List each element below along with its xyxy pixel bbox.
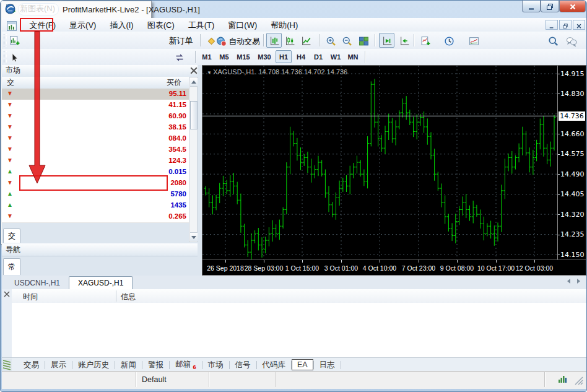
market-watch-row[interactable]: ▼41.15 (2, 100, 189, 111)
time-axis[interactable]: 26 Sep 201828 Sep 03:001 Oct 15:003 Oct … (202, 260, 586, 275)
market-watch-column-header[interactable]: 交 买价 (2, 77, 189, 89)
timeframe-m5[interactable]: M5 (216, 50, 232, 63)
timeframe-d1[interactable]: D1 (310, 50, 326, 63)
mdi-restore-button[interactable] (559, 20, 572, 30)
market-watch-row[interactable]: ▼354.5 (2, 144, 189, 156)
cursor-button[interactable] (7, 50, 21, 63)
chart-tab-usdcnhh1[interactable]: USDCNH-,H1 (6, 277, 69, 289)
market-watch-row[interactable]: ▼084.0 (2, 133, 189, 145)
mdi-minimize-button[interactable] (546, 20, 558, 30)
chart-plot[interactable] (202, 66, 557, 259)
autotrading-button[interactable]: 自动交易 (214, 33, 261, 48)
market-watch-close-icon[interactable] (190, 67, 198, 74)
time-tick-mark (380, 260, 380, 263)
menu-item-5[interactable]: 工具(T) (181, 18, 222, 32)
terminal-tab-3[interactable]: 账户历史 (72, 359, 115, 372)
timeframe-h1[interactable]: H1 (276, 50, 292, 63)
terminal-tab-9[interactable]: 代码库 (257, 359, 292, 372)
terminal-tab-11[interactable]: 日志 (314, 359, 341, 372)
tabs-scroll-left[interactable] (567, 279, 570, 284)
market-watch-scrollbar[interactable] (189, 77, 198, 242)
timeframe-m15[interactable]: M15 (233, 50, 253, 63)
zoom-in-button[interactable] (323, 33, 338, 48)
resize-grip[interactable] (574, 376, 584, 388)
chart-window[interactable]: ▼ XAGUSD-,H1. 14.708 14.736 14.702 14.73… (202, 65, 586, 276)
chart-shift-button[interactable] (379, 33, 394, 48)
new-order-button[interactable]: 新订单 (165, 33, 196, 47)
timeframe-m1[interactable]: M1 (199, 50, 215, 63)
market-watch-row[interactable]: ▼124.3 (2, 155, 189, 167)
terminal-tab-10[interactable]: EA (292, 359, 313, 370)
timeframe-m30[interactable]: M30 (254, 50, 274, 63)
terminal-tab-5[interactable]: 警报 (142, 359, 169, 372)
terminal-table-header[interactable]: 时间 信息 (12, 289, 586, 303)
search-button[interactable] (546, 33, 561, 48)
market-watch-row[interactable]: ▲0.015 (2, 167, 189, 178)
periods-button[interactable]: ▼ (441, 33, 462, 48)
terminal-caption-strip (2, 289, 12, 357)
market-watch-row[interactable]: ▼95.11 (2, 89, 189, 100)
timeframe-label: MN (347, 53, 358, 61)
minimize-button[interactable] (522, 1, 541, 12)
market-watch-row[interactable]: ▼60.90 (2, 111, 189, 123)
up-arrow-icon: ▲ (7, 190, 13, 197)
terminal-tab-6[interactable]: 邮箱 6 (170, 358, 202, 372)
market-watch-row[interactable]: ▼2080 (2, 178, 189, 189)
new-chart-button[interactable] (7, 34, 21, 46)
menu-item-1[interactable]: 文件(F) (22, 18, 63, 32)
tile-windows-button[interactable] (355, 33, 371, 48)
terminal-tab-1[interactable]: 交易 (18, 359, 45, 372)
restore-button[interactable] (541, 1, 559, 12)
market-watch-row[interactable]: ▼0.265 (2, 211, 189, 223)
scroll-up-button[interactable] (190, 78, 198, 87)
market-watch-row[interactable]: ▲1435 (2, 200, 189, 212)
mdi-close-button[interactable] (573, 20, 585, 30)
terminal-tab-7[interactable]: 市场 (202, 359, 229, 372)
menu-item-2[interactable]: 显示(V) (63, 18, 103, 32)
column-divider[interactable] (116, 290, 116, 302)
scroll-down-button[interactable] (190, 232, 198, 241)
terminal-tab-2[interactable]: 展示 (45, 359, 72, 372)
auto-scroll-button[interactable] (396, 33, 412, 48)
title-bar[interactable]: ProfitMarketHK-Live2 - [XAGUSD-,H1] (1, 1, 587, 18)
terminal-close-icon[interactable] (4, 291, 10, 297)
templates-button[interactable]: ▼ (466, 33, 487, 48)
toolbar-separator (263, 34, 264, 46)
line-chart-mode-button[interactable] (298, 33, 313, 48)
timeframe-mn[interactable]: MN (345, 50, 361, 63)
menu-item-7[interactable]: 帮助(H) (264, 18, 305, 32)
tabs-scroll-right[interactable] (577, 279, 580, 284)
down-arrow-icon: ▼ (7, 112, 13, 119)
navigator-common-tab[interactable]: 常 (3, 258, 20, 275)
market-watch-symbols-tab[interactable]: 交 (3, 229, 20, 243)
indicators-button[interactable]: ▼ (417, 33, 438, 48)
time-tick-label: 3 Oct 01:00 (324, 264, 358, 272)
chat-button[interactable] (563, 33, 580, 48)
terminal-tab-8[interactable]: 信号 (230, 359, 256, 372)
bid-price: 38.15 (168, 123, 186, 131)
scroll-thumb[interactable] (190, 101, 198, 129)
timeframe-w1[interactable]: W1 (328, 50, 344, 63)
menu-item-3[interactable]: 插入(I) (103, 18, 140, 32)
status-divider (275, 372, 276, 387)
price-tick-label: 14.575 (560, 150, 585, 158)
bar-chart-mode-button[interactable] (266, 33, 282, 48)
price-axis[interactable]: 14.91514.83014.66014.57514.49014.40514.3… (558, 66, 586, 259)
zoom-out-button[interactable] (339, 33, 354, 48)
timeframe-h4[interactable]: H4 (293, 50, 309, 63)
toolbar-separator (365, 51, 366, 63)
navigator-title: 导航 (6, 245, 20, 254)
bid-price: 124.3 (168, 157, 186, 164)
close-button[interactable] (559, 1, 586, 12)
chart-collapse-icon[interactable]: ▼ (207, 70, 213, 76)
menu-item-6[interactable]: 窗口(W) (221, 18, 264, 32)
market-watch-row[interactable]: ▼38.15 (2, 122, 189, 134)
terminal-content (12, 303, 586, 357)
crosshair-sync-button[interactable]: ▼ (172, 50, 193, 63)
chart-tab-xagusdh1[interactable]: XAGUSD-,H1 (69, 276, 133, 290)
market-watch-row[interactable]: ▲5780 (2, 189, 189, 201)
status-divider (209, 372, 210, 387)
terminal-tab-4[interactable]: 新闻 (115, 359, 142, 372)
menu-item-4[interactable]: 图表(C) (141, 18, 181, 32)
candlestick-mode-button[interactable] (282, 33, 297, 48)
